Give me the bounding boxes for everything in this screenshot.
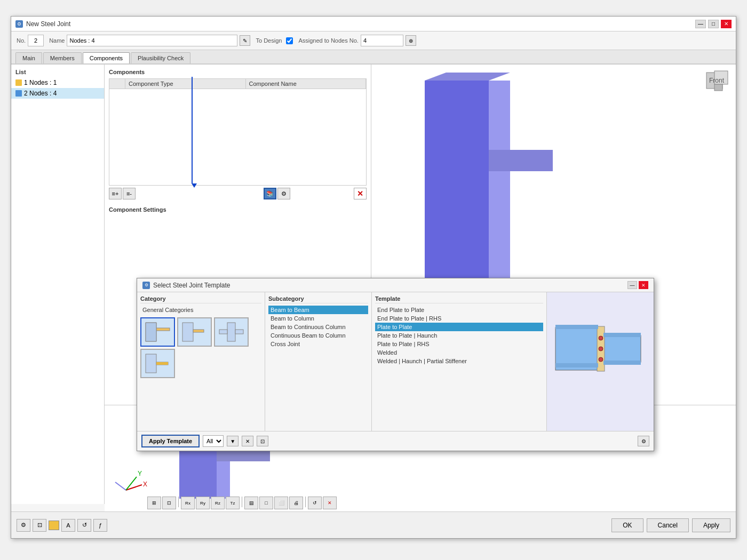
bvt-rz[interactable]: Rz <box>211 497 225 509</box>
bvt-btn1[interactable]: ⊞ <box>147 497 161 509</box>
bvt-print[interactable]: 🖨 <box>289 497 303 509</box>
svg-rect-4 <box>489 150 553 171</box>
edit-name-button[interactable]: ✎ <box>240 35 250 46</box>
svg-rect-15 <box>219 330 227 334</box>
bottom-view-toolbar: ⊞ ⊡ Rx Ry Rz Tz ▤ □ ⬜ 🖨 ↺ ✕ <box>147 497 337 509</box>
bvt-ry[interactable]: Ry <box>196 497 210 509</box>
tab-members[interactable]: Members <box>43 52 82 63</box>
app-btn-5[interactable]: ƒ <box>93 519 107 532</box>
to-design-field: To Design <box>256 37 293 44</box>
col-type-header: Component Type <box>125 79 246 89</box>
name-label: Name <box>49 37 65 44</box>
insert-library-button[interactable]: 📚 <box>264 188 276 199</box>
header-no <box>109 79 125 89</box>
add-button[interactable]: ≡+ <box>109 188 122 199</box>
ok-button[interactable]: OK <box>611 518 643 532</box>
to-design-label: To Design <box>256 37 282 44</box>
svg-rect-10 <box>156 328 170 331</box>
template-welded-haunch[interactable]: Welded | Haunch | Partial Stiffener <box>375 357 543 365</box>
tab-main[interactable]: Main <box>15 52 42 63</box>
subcategory-beam-column[interactable]: Beam to Column <box>268 314 368 323</box>
bvt-rx[interactable]: Rx <box>181 497 195 509</box>
col-name-header: Component Name <box>246 79 367 89</box>
filter-dropdown[interactable]: All <box>203 435 224 447</box>
maximize-button[interactable]: □ <box>708 20 719 28</box>
footer-clear-btn[interactable]: ✕ <box>242 436 253 446</box>
delete-button[interactable]: ✕ <box>354 188 367 199</box>
subcategory-beam-beam[interactable]: Beam to Beam <box>268 306 368 314</box>
bvt-solid[interactable]: ⬜ <box>274 497 288 509</box>
tab-plausibility[interactable]: Plausibility Check <box>131 52 190 63</box>
svg-rect-13 <box>193 330 204 332</box>
subcategory-continuous-column[interactable]: Continuous Beam to Column <box>268 331 368 340</box>
app-bottom-bar: ⚙ ⊡ A ↺ ƒ OK Cancel Apply <box>11 511 736 538</box>
cube-nav[interactable]: Front <box>704 70 730 97</box>
bvt-tz[interactable]: Tz <box>226 497 240 509</box>
bvt-box[interactable]: □ <box>259 497 273 509</box>
no-input[interactable] <box>28 35 44 46</box>
app-btn-3[interactable]: A <box>61 519 75 532</box>
template-plate-rhs[interactable]: Plate to Plate | RHS <box>375 340 543 348</box>
svg-marker-19 <box>156 362 168 365</box>
apply-template-button[interactable]: Apply Template <box>141 435 200 447</box>
subcategory-header: Subcategory <box>268 295 368 303</box>
template-welded[interactable]: Welded <box>375 348 543 357</box>
minimize-button[interactable]: — <box>695 20 706 28</box>
cat-icon-4[interactable] <box>140 349 175 378</box>
component-settings-label: Component Settings <box>109 206 367 213</box>
dialog-minimize[interactable]: — <box>627 281 637 289</box>
sidebar-item-2[interactable]: 2 Nodes : 4 <box>11 88 104 99</box>
remove-button[interactable]: ≡- <box>123 188 136 199</box>
subcategory-beam-continuous[interactable]: Beam to Continuous Column <box>268 323 368 331</box>
svg-rect-17 <box>146 354 156 373</box>
assigned-field: Assigned to Nodes No. ⊕ <box>298 35 416 46</box>
template-plate-plate[interactable]: Plate to Plate <box>375 323 543 331</box>
svg-point-25 <box>599 347 603 351</box>
template-plate-haunch[interactable]: Plate to Plate | Haunch <box>375 331 543 340</box>
apply-button[interactable]: Apply <box>692 518 730 532</box>
cat-icon-3[interactable] <box>214 317 249 347</box>
category-general[interactable]: General Categories <box>140 306 261 314</box>
app-btn-4[interactable]: ↺ <box>77 519 91 532</box>
template-end-plate[interactable]: End Plate to Plate <box>375 306 543 314</box>
footer-filter-btn[interactable]: ▼ <box>227 436 239 446</box>
category-icons <box>140 317 261 378</box>
components-title: Components <box>109 69 367 75</box>
svg-rect-16 <box>235 330 243 334</box>
to-design-checkbox[interactable] <box>286 37 293 44</box>
dialog-icon: ⚙ <box>142 282 150 289</box>
edit-assigned-button[interactable]: ⊕ <box>406 35 416 46</box>
color-swatch[interactable] <box>49 521 59 530</box>
app-btn-2[interactable]: ⊡ <box>33 519 46 532</box>
bvt-close[interactable]: ✕ <box>323 497 337 509</box>
svg-rect-28 <box>555 363 598 367</box>
dialog-close[interactable]: ✕ <box>639 281 648 289</box>
tab-components[interactable]: Components <box>83 52 130 63</box>
settings-button[interactable]: ⚙ <box>277 188 290 199</box>
cancel-button[interactable]: Cancel <box>647 518 689 532</box>
subcategory-cross-joint[interactable]: Cross Joint <box>268 340 368 348</box>
bvt-rotate[interactable]: ↺ <box>308 497 322 509</box>
sidebar-item-1[interactable]: 1 Nodes : 1 <box>11 77 104 88</box>
bvt-lines[interactable]: ▤ <box>244 497 258 509</box>
svg-rect-7 <box>714 84 722 91</box>
sidebar-item-1-label: 1 Nodes : 1 <box>24 79 57 86</box>
window-title: New Steel Joint <box>26 20 70 28</box>
cat-icon-1[interactable] <box>140 317 175 347</box>
app-btn-1[interactable]: ⚙ <box>17 519 30 532</box>
sidebar-item-2-icon <box>15 90 22 97</box>
sidebar-item-2-label: 2 Nodes : 4 <box>24 90 57 97</box>
bvt-btn2[interactable]: ⊡ <box>162 497 176 509</box>
name-input[interactable] <box>67 35 237 46</box>
form-area: No. Name ✎ To Design Assigned to Nodes N… <box>11 31 736 50</box>
dialog-title-text: Select Steel Joint Template <box>153 282 231 289</box>
svg-rect-29 <box>603 333 641 337</box>
svg-rect-22 <box>603 335 641 362</box>
close-button[interactable]: ✕ <box>721 20 732 28</box>
template-end-plate-rhs[interactable]: End Plate to Plate | RHS <box>375 314 543 323</box>
assigned-input[interactable] <box>361 35 403 46</box>
sidebar-item-1-icon <box>15 79 22 86</box>
footer-copy-btn[interactable]: ⊡ <box>257 436 268 446</box>
footer-settings-btn[interactable]: ⚙ <box>638 436 649 446</box>
cat-icon-2[interactable] <box>177 317 212 347</box>
